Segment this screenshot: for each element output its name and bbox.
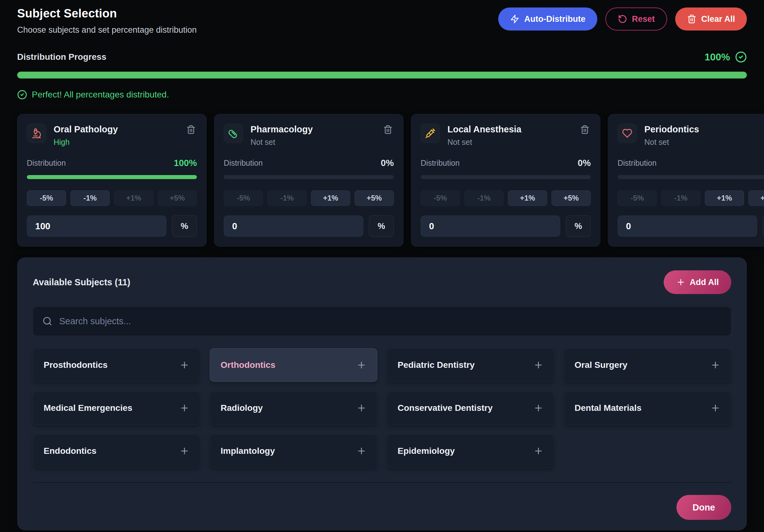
percentage-input[interactable] xyxy=(224,216,363,237)
subject-chip[interactable]: Dental Materials xyxy=(564,391,731,425)
search-icon xyxy=(42,316,52,326)
subject-card-title: Oral Pathology xyxy=(54,124,178,134)
done-button[interactable]: Done xyxy=(676,495,732,520)
available-subjects-title: Available Subjects (11) xyxy=(33,277,130,287)
subject-chip-label: Pediatric Dentistry xyxy=(398,360,475,370)
divider xyxy=(33,482,731,483)
plus-icon xyxy=(676,277,685,287)
available-subjects-grid: Prosthodontics Orthodontics Pediatric De… xyxy=(33,348,731,468)
add-subject-button[interactable] xyxy=(179,403,189,413)
percent-unit-label: % xyxy=(566,215,591,237)
distribution-progress-label: Distribution Progress xyxy=(17,52,106,62)
increase-5-button[interactable]: +5% xyxy=(158,190,197,206)
plus-icon xyxy=(533,360,543,370)
plus-icon xyxy=(533,403,543,413)
subject-progress-bar xyxy=(27,175,197,179)
remove-subject-button[interactable] xyxy=(382,124,394,135)
trash-icon xyxy=(186,125,196,134)
subject-chip[interactable]: Orthodontics xyxy=(210,348,377,382)
subject-chip-label: Oral Surgery xyxy=(575,360,628,370)
add-subject-button[interactable] xyxy=(710,403,720,413)
decrease-1-button[interactable]: -1% xyxy=(267,190,306,206)
search-bar[interactable] xyxy=(33,306,731,336)
check-circle-icon xyxy=(17,90,27,100)
subject-chip-label: Radiology xyxy=(221,403,263,413)
clear-all-button[interactable]: Clear All xyxy=(675,7,747,31)
subject-percent-value: 0% xyxy=(381,158,394,168)
remove-subject-button[interactable] xyxy=(579,124,591,135)
progress-bar-fill xyxy=(17,72,747,79)
search-input[interactable] xyxy=(59,316,722,326)
subject-chip[interactable]: Endodontics xyxy=(33,434,200,468)
microscope-icon xyxy=(27,124,46,143)
add-subject-button[interactable] xyxy=(179,360,189,370)
distribution-label: Distribution xyxy=(27,159,66,168)
add-subject-button[interactable] xyxy=(356,446,366,456)
add-subject-button[interactable] xyxy=(356,403,366,413)
plus-icon xyxy=(710,360,720,370)
subject-chip[interactable]: Epidemiology xyxy=(387,434,554,468)
subject-progress-bar xyxy=(421,175,591,179)
subject-status: High xyxy=(54,138,178,147)
distribution-progress-section: Distribution Progress 100% Perfect! All … xyxy=(17,51,747,100)
subject-chip-label: Dental Materials xyxy=(575,403,642,413)
decrease-1-button[interactable]: -1% xyxy=(661,190,700,206)
subject-chip[interactable]: Oral Surgery xyxy=(564,348,731,382)
header-actions: Auto-Distribute Reset Clear All xyxy=(498,7,747,31)
add-subject-button[interactable] xyxy=(533,403,543,413)
subject-chip[interactable]: Prosthodontics xyxy=(33,348,200,382)
subject-card: Pharmacology Not set Distribution 0% -5%… xyxy=(214,114,404,247)
increase-1-button[interactable]: +1% xyxy=(311,190,350,206)
remove-subject-button[interactable] xyxy=(185,124,197,135)
increase-1-button[interactable]: +1% xyxy=(508,190,547,206)
increase-5-button[interactable]: +5% xyxy=(551,190,591,206)
add-all-button[interactable]: Add All xyxy=(664,270,732,294)
subject-percent-value: 100% xyxy=(174,158,197,168)
plus-icon xyxy=(179,403,189,413)
plus-icon xyxy=(533,446,543,456)
decrease-5-button[interactable]: -5% xyxy=(618,190,657,206)
page-subtitle: Choose subjects and set percentage distr… xyxy=(17,25,197,35)
plus-icon xyxy=(710,403,720,413)
subject-chip[interactable]: Medical Emergencies xyxy=(33,391,200,425)
clear-all-label: Clear All xyxy=(701,14,735,24)
add-subject-button[interactable] xyxy=(533,446,543,456)
add-subject-button[interactable] xyxy=(710,360,720,370)
header-titles: Subject Selection Choose subjects and se… xyxy=(17,5,197,35)
subject-chip[interactable]: Implantology xyxy=(210,434,377,468)
reset-label: Reset xyxy=(632,14,655,24)
heart-icon xyxy=(618,124,637,143)
subject-chip-label: Implantology xyxy=(221,446,275,456)
subject-percent-value: 0% xyxy=(578,158,591,168)
increase-1-button[interactable]: +1% xyxy=(705,190,744,206)
percentage-input[interactable] xyxy=(27,216,166,237)
subject-chip-label: Medical Emergencies xyxy=(44,403,132,413)
subject-chip[interactable]: Pediatric Dentistry xyxy=(387,348,554,382)
auto-distribute-button[interactable]: Auto-Distribute xyxy=(498,7,597,31)
syringe-icon xyxy=(421,124,440,143)
decrease-5-button[interactable]: -5% xyxy=(27,190,66,206)
subject-chip[interactable]: Radiology xyxy=(210,391,377,425)
auto-distribute-label: Auto-Distribute xyxy=(524,14,585,24)
subject-card-title: Pharmacology xyxy=(251,124,375,134)
check-circle-icon xyxy=(735,51,747,63)
percentage-input[interactable] xyxy=(421,216,560,237)
reset-button[interactable]: Reset xyxy=(605,7,668,31)
percentage-input[interactable] xyxy=(618,216,757,237)
available-subjects-panel: Available Subjects (11) Add All Prosthod… xyxy=(17,257,747,530)
decrease-5-button[interactable]: -5% xyxy=(421,190,460,206)
page-header: Subject Selection Choose subjects and se… xyxy=(17,5,747,35)
increase-1-button[interactable]: +1% xyxy=(114,190,153,206)
add-subject-button[interactable] xyxy=(179,446,189,456)
decrease-5-button[interactable]: -5% xyxy=(224,190,263,206)
subject-chip[interactable]: Conservative Dentistry xyxy=(387,391,554,425)
distribution-label: Distribution xyxy=(224,159,263,168)
add-subject-button[interactable] xyxy=(356,360,366,370)
decrease-1-button[interactable]: -1% xyxy=(464,190,503,206)
subject-progress-bar xyxy=(224,175,394,179)
increase-5-button[interactable]: +5% xyxy=(355,190,394,206)
increase-5-button[interactable]: +5% xyxy=(748,190,764,206)
decrease-1-button[interactable]: -1% xyxy=(71,190,110,206)
percent-unit-label: % xyxy=(369,215,394,237)
add-subject-button[interactable] xyxy=(533,360,543,370)
